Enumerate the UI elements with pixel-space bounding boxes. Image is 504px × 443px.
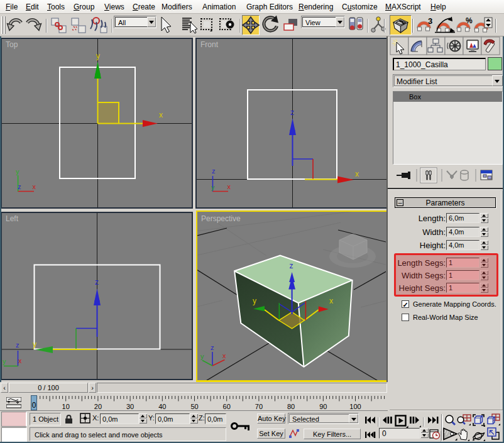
svg-text:20: 20 [94,403,102,410]
svg-text:x: x [355,170,359,178]
svg-text:x: x [159,111,163,119]
svg-text:y: y [16,168,19,175]
svg-text:80: 80 [287,403,295,410]
svg-text:10: 10 [62,403,70,410]
svg-text:x: x [222,352,226,359]
svg-text:z: z [95,278,99,287]
svg-text:x: x [33,183,36,190]
svg-text:50: 50 [190,403,198,410]
svg-text:90: 90 [319,403,327,410]
svg-text:z: z [211,344,214,351]
svg-text:y: y [200,353,204,360]
svg-text:y: y [211,183,215,191]
svg-text:z: z [290,108,294,117]
svg-text:z: z [18,183,21,190]
svg-text:70: 70 [255,403,263,410]
svg-text:40: 40 [158,403,166,410]
svg-text:y: y [96,52,100,60]
svg-text:%: % [466,16,473,25]
svg-text:z: z [212,167,216,175]
svg-text:100: 100 [349,403,361,410]
svg-text:30: 30 [126,403,134,410]
svg-text:y: y [33,340,36,349]
svg-text:z: z [290,261,293,270]
svg-text:3: 3 [428,16,432,26]
svg-text:y: y [3,358,6,365]
svg-text:x: x [329,297,333,305]
svg-text:60: 60 [223,403,231,410]
svg-text:x: x [227,183,231,190]
svg-text:z: z [16,341,19,349]
svg-text:y: y [253,297,256,305]
svg-text:x: x [18,357,22,364]
